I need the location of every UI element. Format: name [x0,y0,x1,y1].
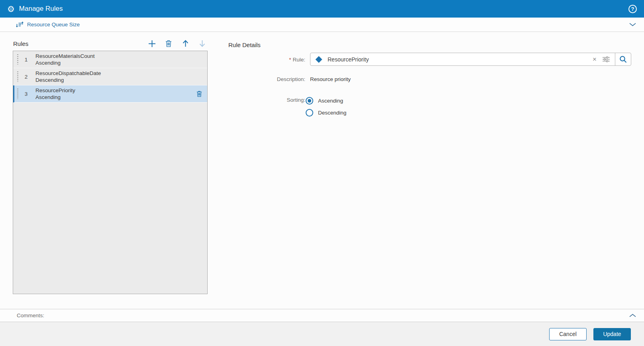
manage-rules-dialog: ⚙ Manage Rules ? Resource Queue Size Rul… [0,0,644,346]
rules-list: 1 ResourceMaterialsCount Ascending 2 Res… [13,51,208,294]
help-icon[interactable]: ? [628,5,637,13]
drag-handle-icon[interactable] [17,54,18,65]
chevron-up-icon[interactable] [629,314,636,317]
delete-rule-icon[interactable] [163,38,174,49]
radio-descending-label: Descending [318,110,346,116]
sorting-descending-option[interactable]: Descending [306,109,346,117]
dialog-title: Manage Rules [19,5,63,13]
rule-field-label: *Rule: [228,57,305,63]
rule-row-2[interactable]: 2 ResourceDispatchableDate Descending [13,68,207,85]
dialog-footer: Cancel Update [0,322,644,346]
radio-ascending-label: Ascending [318,98,343,104]
radio-ascending[interactable] [306,97,313,105]
rule-direction: Descending [35,77,101,83]
sorting-ascending-option[interactable]: Ascending [306,97,343,105]
rule-position: 1 [23,57,29,63]
rule-direction: Ascending [35,59,95,66]
rule-row-3-selected[interactable]: 3 ResourcePriority Ascending [13,85,207,103]
comments-section-header[interactable]: Comments: [0,309,644,322]
rule-type-diamond-icon [316,56,322,63]
update-button[interactable]: Update [593,328,631,340]
rule-details-title: Rule Details [228,42,261,48]
required-asterisk: * [289,57,291,63]
magnifier-icon [619,55,627,63]
move-rule-up-icon[interactable] [180,38,190,49]
comments-label: Comments: [17,312,44,318]
rule-direction: Ascending [35,94,75,101]
sorting-label: Sorting: [228,97,305,103]
move-rule-down-icon[interactable] [197,38,207,49]
rule-row-1[interactable]: 1 ResourceMaterialsCount Ascending [13,51,207,68]
clear-rule-icon[interactable]: × [593,56,597,63]
section-title: Resource Queue Size [27,22,80,28]
chevron-down-icon[interactable] [629,23,636,26]
cancel-button[interactable]: Cancel [549,328,587,340]
drag-handle-icon[interactable] [17,89,18,99]
rule-name: ResourcePriority [35,87,75,94]
resource-queue-size-section-header[interactable]: Resource Queue Size [0,18,644,32]
add-rule-icon[interactable] [147,38,157,49]
rules-toolbar [13,38,207,49]
delete-selected-rule-icon[interactable] [196,91,202,97]
rule-combobox[interactable]: ResourcePriority × [310,53,631,66]
app-header: ⚙ Manage Rules ? [0,0,644,18]
rule-name: ResourceMaterialsCount [35,53,95,59]
search-rule-button[interactable] [615,53,631,65]
manage-rules-gear-icon: ⚙ [7,5,15,13]
drag-handle-icon[interactable] [17,71,18,82]
radio-descending[interactable] [306,109,313,117]
sort-order-icon [16,21,24,28]
description-label: Description: [228,76,305,82]
filter-sliders-icon[interactable] [603,56,610,62]
rule-position: 3 [23,91,29,97]
rule-combobox-value: ResourcePriority [328,56,593,63]
rule-name: ResourceDispatchableDate [35,70,101,77]
description-value: Resource priority [310,76,351,82]
rule-position: 2 [23,74,29,80]
